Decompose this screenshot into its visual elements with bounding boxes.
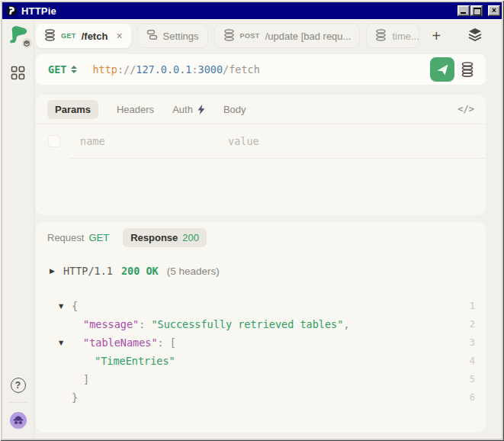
url-separator: ://	[117, 63, 136, 76]
collections-grid-icon[interactable]	[11, 66, 25, 83]
app-content: ? GET	[2, 19, 502, 439]
line-number: 1	[470, 301, 475, 311]
code-line: "TimeEntries"4	[36, 352, 486, 370]
code-line: ▼{1	[36, 297, 486, 315]
collapse-toggle-icon[interactable]: ▼	[59, 340, 72, 346]
app-window: HTTPie ×	[0, 0, 504, 441]
code-line: ▼"tableNames": [3	[36, 333, 486, 352]
httpie-app-icon	[5, 5, 18, 17]
param-enabled-checkbox[interactable]	[48, 135, 60, 147]
tab-time[interactable]: time...	[366, 24, 419, 48]
tab-response-view[interactable]: Response 200	[123, 228, 207, 247]
send-button[interactable]	[430, 57, 454, 82]
url-scheme: http	[92, 63, 117, 76]
tab-headers[interactable]: Headers	[117, 104, 154, 115]
line-number: 6	[470, 392, 475, 403]
request-options-tabs: Params Headers Auth Body </>	[36, 95, 486, 124]
collapse-toggle-icon[interactable]: ▼	[59, 303, 72, 310]
tab-method-label: POST	[240, 32, 260, 40]
request-tabs-strip: GET /fetch × Settings POST /update [bad …	[36, 23, 486, 49]
method-select[interactable]: GET	[48, 63, 77, 76]
response-body: ▼{1"message": "Successfully retrieved ta…	[36, 297, 486, 407]
database-icon	[375, 29, 387, 43]
tab-path-label: /fetch	[82, 31, 108, 42]
user-avatar[interactable]	[10, 412, 27, 429]
code-text: }	[72, 391, 470, 404]
code-text: "tableNames": [	[72, 336, 470, 349]
help-icon[interactable]: ?	[11, 378, 26, 393]
code-text: ]	[72, 373, 470, 385]
code-line: }6	[36, 388, 486, 407]
window-title: HTTPie	[21, 5, 454, 17]
response-status-badge: 200	[182, 232, 199, 243]
sidebar-divider	[8, 402, 28, 403]
tab-request-view[interactable]: Request GET	[47, 232, 109, 243]
headers-count: (5 headers)	[167, 266, 220, 277]
tab-label: time...	[392, 31, 419, 42]
tab-auth[interactable]: Auth	[172, 104, 205, 115]
tab-get-fetch[interactable]: GET /fetch ×	[36, 24, 131, 48]
minimize-button[interactable]	[457, 5, 470, 16]
method-value: GET	[48, 63, 66, 76]
line-number: 4	[470, 356, 475, 366]
url-port-separator: :	[191, 63, 197, 76]
url-bar: GET http://127.0.0.1:3000/fetch	[36, 54, 486, 85]
param-value-input[interactable]: value	[228, 135, 259, 147]
tab-path-label: /update [bad requ...	[265, 31, 352, 42]
divider	[69, 158, 486, 159]
method-dropdown-icon	[71, 66, 77, 73]
request-options-card: Params Headers Auth Body </> name value	[36, 95, 486, 215]
tab-label: Settings	[163, 31, 199, 42]
tab-post-update[interactable]: POST /update [bad requ...	[214, 24, 361, 48]
expand-headers-icon[interactable]: ▶	[50, 267, 55, 275]
request-tab-method: GET	[88, 232, 109, 243]
protocol-label: HTTP/1.1	[63, 265, 113, 277]
new-tab-button[interactable]: +	[429, 27, 444, 45]
sidebar: ?	[2, 19, 34, 439]
response-view-tabs: Request GET Response 200	[36, 222, 486, 253]
code-line: "message": "Successfully retrieved table…	[36, 315, 486, 333]
maximize-button[interactable]	[470, 5, 483, 16]
tab-auth-label: Auth	[172, 104, 193, 115]
url-input[interactable]: http://127.0.0.1:3000/fetch	[92, 63, 430, 76]
url-port: 3000	[198, 63, 223, 76]
environment-badge-icon[interactable]	[22, 38, 32, 48]
line-number: 2	[470, 319, 475, 330]
saved-requests-icon[interactable]	[454, 62, 480, 77]
tab-body[interactable]: Body	[223, 104, 246, 115]
paper-plane-icon	[436, 63, 449, 76]
code-line: ]5	[36, 370, 486, 388]
database-icon	[44, 29, 56, 43]
database-icon	[223, 29, 235, 43]
response-tab-label: Response	[130, 232, 178, 243]
httpie-logo[interactable]	[7, 24, 30, 47]
close-tab-icon[interactable]: ×	[116, 30, 122, 42]
main-panel: GET /fetch × Settings POST /update [bad …	[34, 19, 502, 439]
request-tab-label: Request	[47, 232, 84, 243]
lightning-bolt-icon	[197, 105, 205, 114]
param-row: name value	[36, 124, 486, 158]
url-path: /fetch	[223, 63, 260, 76]
layers-icon[interactable]	[467, 27, 486, 45]
url-host: 127.0.0.1	[136, 63, 191, 76]
status-code: 200 OK	[121, 265, 159, 277]
code-text: {	[72, 300, 470, 312]
code-view-icon[interactable]: </>	[457, 104, 474, 114]
response-card: Request GET Response 200 ▶ HTTP/1.1 200 …	[36, 222, 486, 433]
line-number: 5	[470, 374, 475, 385]
line-number: 3	[470, 337, 475, 348]
tab-method-label: GET	[61, 32, 76, 40]
titlebar[interactable]: HTTPie ×	[2, 2, 502, 19]
code-text: "message": "Successfully retrieved table…	[72, 318, 470, 330]
tab-settings[interactable]: Settings	[137, 24, 208, 48]
response-status-line[interactable]: ▶ HTTP/1.1 200 OK (5 headers)	[50, 265, 486, 277]
close-button[interactable]: ×	[488, 5, 500, 16]
param-name-input[interactable]: name	[80, 135, 228, 147]
sliders-icon	[146, 29, 158, 43]
tab-params[interactable]: Params	[47, 100, 98, 119]
code-text: "TimeEntries"	[72, 355, 470, 367]
